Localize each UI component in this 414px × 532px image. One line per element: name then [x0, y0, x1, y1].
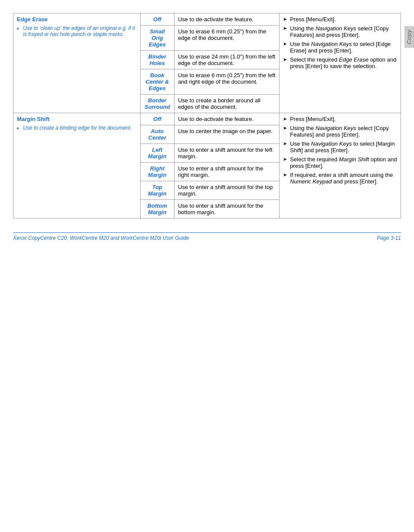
margin-shift-desc-bottom: Use to enter a shift amount for the bott…: [174, 200, 279, 219]
margin-shift-option-auto: AutoCenter: [140, 125, 174, 144]
margin-shift-option-bottom: BottomMargin: [140, 200, 174, 219]
margin-shift-option-top: TopMargin: [140, 181, 174, 200]
margin-shift-option-left: LeftMargin: [140, 144, 174, 163]
margin-shift-instr-2: Using the Navigation Keys select [Copy F…: [283, 125, 397, 138]
edge-erase-note: Use to 'clean up' the edges of an origin…: [17, 25, 137, 37]
margin-shift-desc-left: Use to enter a shift amount for the left…: [174, 144, 279, 163]
edge-erase-desc-small-orig: Use to erase 6 mm (0.25") from the edge …: [174, 26, 279, 51]
margin-shift-instr-4: Select the required Margin Shift option …: [283, 156, 397, 169]
edge-erase-desc-book: Use to erase 6 mm (0.25") from the left …: [174, 69, 279, 95]
margin-shift-desc-off: Use to de-activate the feature.: [174, 113, 279, 125]
edge-erase-option-off: Off: [140, 13, 174, 26]
margin-shift-instructions: Press [Menu/Exit]. Using the Navigation …: [279, 113, 401, 219]
edge-erase-feature-cell: Edge Erase Use to 'clean up' the edges o…: [13, 13, 141, 113]
copy-tab: Copy: [404, 26, 414, 48]
edge-erase-desc-border: Use to create a border around all edges …: [174, 95, 279, 113]
main-table: Edge Erase Use to 'clean up' the edges o…: [13, 13, 401, 219]
edge-erase-title: Edge Erase: [17, 16, 137, 23]
margin-shift-title: Margin Shift: [17, 116, 137, 122]
edge-erase-option-small-orig: Small OrigEdges: [140, 26, 174, 51]
margin-shift-instr-1: Press [Menu/Exit].: [283, 116, 397, 122]
edge-erase-instr-4: Select the required Edge Erase option an…: [283, 56, 397, 69]
footer: Xerox CopyCentre C20, WorkCentre M20 and…: [13, 232, 401, 241]
margin-shift-instr-5: If required, enter a shift amount using …: [283, 172, 397, 185]
margin-shift-desc-right: Use to enter a shift amount for the righ…: [174, 163, 279, 181]
edge-erase-option-border: BorderSurround: [140, 95, 174, 113]
edge-erase-option-binder: BinderHoles: [140, 51, 174, 69]
margin-shift-instr-3: Use the Navigation Keys to select [Margi…: [283, 140, 397, 153]
footer-right: Page 3-11: [377, 235, 401, 241]
edge-erase-option-book: BookCenter &Edges: [140, 69, 174, 95]
edge-erase-instr-2: Using the Navigation Keys select [Copy F…: [283, 25, 397, 38]
margin-shift-note: Use to create a binding edge for the doc…: [17, 125, 137, 131]
footer-left: Xerox CopyCentre C20, WorkCentre M20 and…: [13, 235, 189, 241]
edge-erase-instr-3: Use the Navigation Keys to select [Edge …: [283, 41, 397, 54]
margin-shift-desc-top: Use to enter a shift amount for the top …: [174, 181, 279, 200]
margin-shift-feature-cell: Margin Shift Use to create a binding edg…: [13, 113, 141, 219]
margin-shift-option-off: Off: [140, 113, 174, 125]
edge-erase-row: Edge Erase Use to 'clean up' the edges o…: [13, 13, 401, 26]
edge-erase-desc-binder: Use to erase 24 mm (1.0") from the left …: [174, 51, 279, 69]
edge-erase-desc-off: Use to de-activate the feature.: [174, 13, 279, 26]
edge-erase-instructions: Press [Menu/Exit]. Using the Navigation …: [279, 13, 401, 113]
margin-shift-option-right: RightMargin: [140, 163, 174, 181]
margin-shift-desc-auto: Use to center the image on the paper.: [174, 125, 279, 144]
edge-erase-instr-1: Press [Menu/Exit].: [283, 16, 397, 23]
margin-shift-row: Margin Shift Use to create a binding edg…: [13, 113, 401, 125]
page-wrapper: Copy Edge Erase Use to 'clean up' the ed…: [0, 0, 414, 249]
